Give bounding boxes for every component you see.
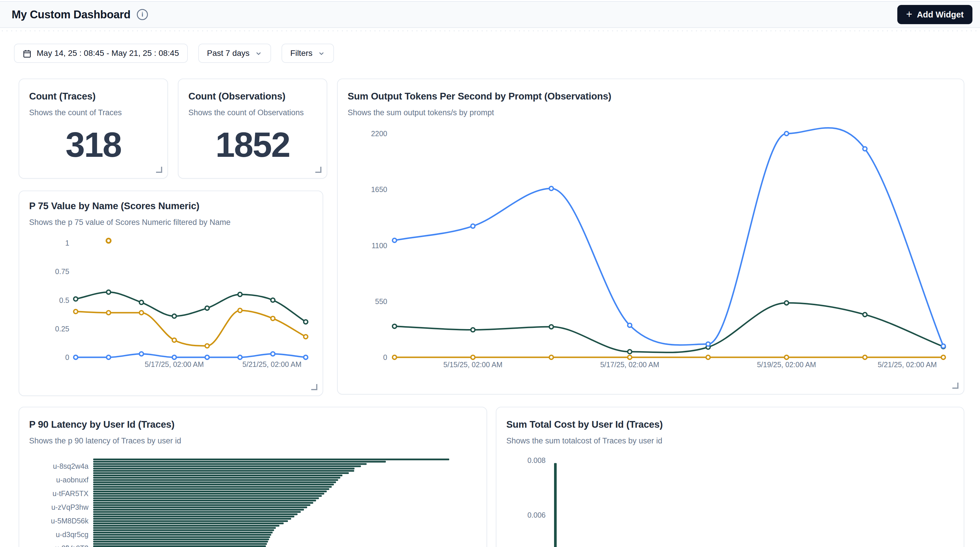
svg-text:u-d3qr5cg: u-d3qr5cg [56, 530, 89, 539]
range-preset-value: Past 7 days [207, 49, 250, 58]
widget-title: Count (Traces) [29, 91, 158, 102]
widget-sum-total-cost: 0.0080.006 Sum Total Cost by User Id (Tr… [496, 407, 964, 547]
svg-text:0.5: 0.5 [59, 296, 69, 304]
range-preset-dropdown[interactable]: Past 7 days [198, 44, 271, 63]
svg-text:5/21/25, 02:00 AM: 5/21/25, 02:00 AM [878, 360, 937, 369]
widget-title: P 90 Latency by User Id (Traces) [29, 419, 477, 430]
date-range-picker[interactable]: May 14, 25 : 08:45 - May 21, 25 : 08:45 [14, 44, 188, 63]
svg-text:0: 0 [383, 353, 387, 361]
date-range-value: May 14, 25 : 08:45 - May 21, 25 : 08:45 [37, 49, 179, 58]
filter-toolbar: May 14, 25 : 08:45 - May 21, 25 : 08:45 … [14, 44, 334, 63]
widget-title: P 75 Value by Name (Scores Numeric) [29, 200, 313, 211]
svg-text:0.75: 0.75 [55, 267, 69, 276]
widget-subtitle: Shows the count of Traces [29, 108, 158, 117]
svg-text:2200: 2200 [371, 130, 387, 138]
add-widget-label: Add Widget [917, 10, 964, 19]
svg-text:5/19/25, 02:00 AM: 5/19/25, 02:00 AM [757, 360, 816, 369]
widget-subtitle: Shows the sum output tokens/s by prompt [348, 108, 954, 117]
widget-count-traces: Count (Traces) Shows the count of Traces… [19, 79, 168, 179]
widget-count-observations: Count (Observations) Shows the count of … [178, 79, 327, 179]
widget-subtitle: Shows the sum totalcost of Traces by use… [506, 436, 954, 446]
filters-label: Filters [290, 49, 312, 58]
widget-title: Count (Observations) [188, 91, 317, 102]
count-value: 1852 [178, 125, 327, 165]
svg-text:0: 0 [65, 353, 69, 361]
svg-text:5/15/25, 02:00 AM: 5/15/25, 02:00 AM [444, 360, 503, 369]
resize-handle[interactable] [311, 384, 317, 390]
svg-text:u-zVqP3hw: u-zVqP3hw [51, 503, 89, 511]
header-dotted-divider [0, 30, 980, 32]
widget-p90-latency: u-8sq2w4au-aobnuxfu-tFAR5TXu-zVqP3hwu-5M… [19, 407, 487, 547]
page-title: My Custom Dashboard [12, 8, 130, 21]
svg-text:5/17/25, 02:00 AM: 5/17/25, 02:00 AM [600, 360, 659, 369]
widget-p75-value: 00.250.50.7515/17/25, 02:00 AM5/21/25, 0… [19, 190, 323, 396]
widget-subtitle: Shows the count of Observations [188, 108, 317, 117]
svg-text:0.25: 0.25 [55, 325, 69, 333]
widget-title: Sum Output Tokens Per Second by Prompt (… [348, 91, 954, 102]
tokens-line-chart[interactable]: 05501100165022005/15/25, 02:00 AM5/17/25… [338, 79, 964, 394]
widget-title: Sum Total Cost by User Id (Traces) [506, 419, 954, 430]
resize-handle[interactable] [952, 383, 958, 389]
svg-text:1: 1 [65, 239, 69, 247]
widget-tokens-per-second: 05501100165022005/15/25, 02:00 AM5/17/25… [337, 79, 964, 395]
chevron-down-icon [255, 50, 262, 57]
filters-dropdown[interactable]: Filters [282, 44, 334, 63]
svg-text:0.008: 0.008 [527, 456, 546, 465]
svg-text:1100: 1100 [372, 241, 387, 250]
chevron-down-icon [318, 50, 325, 57]
svg-text:u-aobnuxf: u-aobnuxf [56, 476, 89, 484]
svg-text:0.006: 0.006 [527, 511, 546, 519]
svg-text:u-tFAR5TX: u-tFAR5TX [52, 489, 89, 498]
svg-text:5/17/25, 02:00 AM: 5/17/25, 02:00 AM [145, 360, 204, 368]
plus-icon: + [906, 9, 912, 19]
count-value: 318 [19, 125, 167, 165]
resize-handle[interactable] [156, 167, 162, 173]
resize-handle[interactable] [315, 167, 321, 173]
widget-subtitle: Shows the p 75 value of Scores Numeric f… [29, 218, 313, 227]
dashboard-page: { "header": { "title": "My Custom Dashbo… [0, 0, 980, 547]
svg-text:550: 550 [375, 297, 387, 306]
add-widget-button[interactable]: + Add Widget [897, 5, 972, 24]
svg-text:u-5M8D56k: u-5M8D56k [51, 517, 89, 525]
svg-text:u-8sq2w4a: u-8sq2w4a [53, 462, 89, 470]
svg-text:1650: 1650 [371, 186, 387, 193]
top-header-bar: My Custom Dashboard i + Add Widget [0, 1, 980, 28]
svg-text:u-8fVa9T3: u-8fVa9T3 [55, 544, 89, 547]
calendar-icon [23, 49, 32, 58]
info-icon[interactable]: i [137, 9, 148, 20]
widget-subtitle: Shows the p 90 latency of Traces by user… [29, 436, 477, 446]
svg-text:5/21/25, 02:00 AM: 5/21/25, 02:00 AM [242, 360, 302, 368]
